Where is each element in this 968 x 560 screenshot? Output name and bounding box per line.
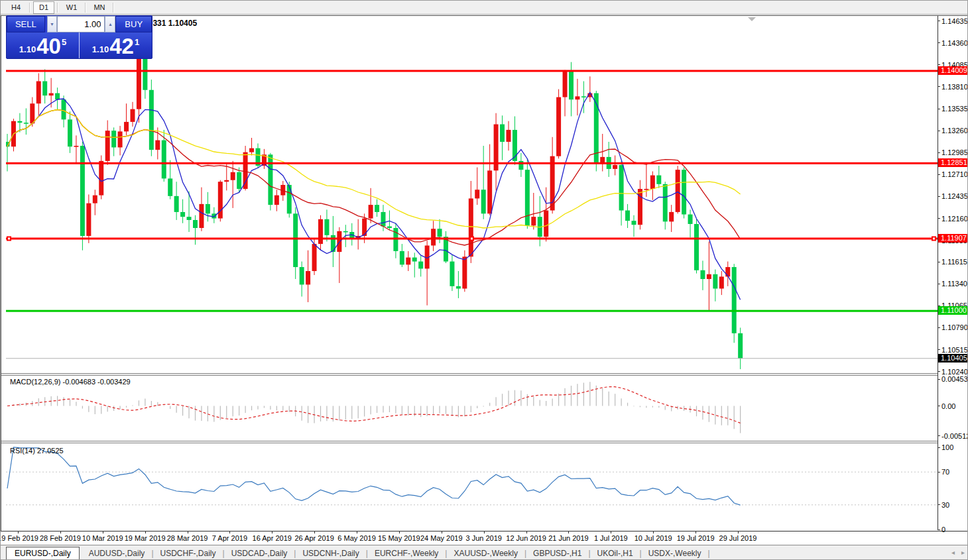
tab-eurchf-weekly[interactable]: EURCHF-,Weekly [368, 547, 445, 559]
date-tick-mark [60, 532, 61, 533]
axis-tick-label: 1.10515 [941, 346, 968, 354]
date-tick-label: 21 Jun 2019 [548, 534, 589, 542]
tab-usdcad-daily[interactable]: USDCAD-,Daily [225, 547, 294, 559]
date-tick-label: 24 May 2019 [420, 534, 463, 542]
tab-usdx-weekly[interactable]: USDX-,Weekly [642, 547, 708, 559]
tab-xauusd-weekly[interactable]: XAUUSD-,Weekly [447, 547, 524, 559]
timeframe-button-w1[interactable]: W1 [61, 1, 82, 14]
date-tick-mark [188, 532, 188, 533]
date-tick-label: 29 Jul 2019 [719, 534, 757, 542]
tab-scroll-right-button[interactable]: ▸ [961, 549, 965, 556]
axis-tick-mark [938, 152, 940, 153]
volume-decrease-button[interactable]: ▼ [47, 16, 58, 32]
axis-tick-mark [938, 21, 940, 21]
axis-tick-label: 1.13260 [941, 127, 968, 135]
date-tick-label: 10 Jul 2019 [635, 534, 672, 542]
axis-tick-mark [938, 435, 940, 436]
axis-tick-label: 0.00 [941, 402, 955, 410]
rsi-chart-canvas[interactable] [6, 445, 938, 530]
buy-button[interactable]: BUY [115, 16, 152, 32]
macd-indicator-label: MACD(12,26,9) -0.004683 -0.003429 [10, 378, 131, 386]
axis-tick-mark [938, 196, 940, 197]
date-tick-label: 6 May 2019 [337, 534, 375, 542]
tab-eurusd-daily[interactable]: EURUSD-,Daily [6, 547, 80, 560]
volume-increase-button[interactable]: ▲ [105, 16, 115, 32]
tab-ukoil-h1[interactable]: UKOil-,H1 [591, 547, 640, 559]
axis-tick-mark [938, 64, 940, 65]
date-tick-mark [696, 532, 696, 533]
date-tick-mark [484, 532, 485, 533]
date-tick-label: 10 Mar 2019 [82, 534, 123, 542]
axis-tick-mark [938, 109, 940, 109]
tab-scroll-left-button[interactable]: ◂ [951, 549, 955, 556]
sell-price-pip: 5 [62, 37, 66, 47]
date-tick-mark [357, 532, 357, 533]
timeframe-button-h4[interactable]: H4 [5, 1, 27, 14]
buy-price-big: 42 [109, 36, 134, 56]
axis-tick-mark [938, 86, 940, 87]
axis-tick-label: 1.13810 [941, 83, 968, 91]
current-price-label: 1.10405 [938, 354, 968, 363]
axis-tick-mark [938, 504, 940, 505]
price-axis-border [938, 16, 938, 530]
mt4-window: H4D1W1MN ▲EURUSD-,Daily 1.10710 1.10711 … [0, 0, 968, 560]
tab-gbpusd-h1[interactable]: GBPUSD-,H1 [526, 547, 588, 559]
axis-tick-mark [938, 327, 940, 328]
volume-input[interactable] [57, 16, 105, 32]
axis-tick-mark [938, 174, 940, 175]
line-selection-handle-center [471, 238, 473, 240]
sell-button[interactable]: SELL [7, 16, 45, 32]
panel-splitter[interactable] [1, 441, 967, 443]
resistance-line[interactable] [6, 162, 938, 164]
toolbar-separator [57, 3, 58, 13]
tab-usdcnh-daily[interactable]: USDCNH-,Daily [296, 547, 365, 559]
axis-tick-mark [938, 284, 940, 284]
axis-tick-label: 0 [941, 526, 945, 533]
date-tick-label: 3 Jun 2019 [465, 534, 501, 542]
date-tick-mark [272, 532, 272, 533]
support-line[interactable] [6, 310, 938, 312]
axis-tick-label: 1.11615 [941, 258, 967, 266]
tab-usdchf-daily[interactable]: USDCHF-,Daily [154, 547, 223, 559]
axis-tick-label: 100 [941, 443, 953, 451]
timeframe-button-mn[interactable]: MN [89, 1, 110, 14]
date-tick-mark [229, 532, 230, 533]
date-tick-mark [526, 532, 527, 533]
price-axis [938, 16, 968, 530]
buy-price-display[interactable]: 1.10 42 1 [80, 32, 152, 58]
axis-tick-mark [938, 406, 940, 406]
axis-tick-label: 1.14635 [941, 17, 968, 25]
tab-audusd-daily[interactable]: AUDUSD-,Daily [82, 547, 152, 559]
timeframe-button-d1[interactable]: D1 [33, 1, 54, 14]
price-level-label: 1.11000 [938, 306, 968, 315]
axis-tick-label: 1.12985 [941, 148, 968, 156]
axis-tick-mark [938, 447, 940, 448]
date-axis: 19 Feb 201928 Feb 201910 Mar 201919 Mar … [1, 531, 968, 545]
axis-tick-label: 1.14360 [941, 39, 968, 47]
date-tick-label: 15 May 2019 [378, 534, 420, 542]
macd-chart-canvas[interactable] [6, 376, 938, 439]
chart-tab-bar: EURUSD-,DailyAUDUSD-,Daily|USDCHF-,Daily… [1, 545, 968, 560]
sell-price-display[interactable]: 1.10 40 5 [7, 32, 80, 58]
line-selection-handle-center [8, 238, 10, 240]
date-tick-label: 19 Jul 2019 [677, 534, 715, 542]
axis-tick-mark [938, 42, 940, 43]
rsi-line [7, 447, 741, 505]
date-tick-label: 1 Jul 2019 [594, 534, 628, 542]
axis-tick-label: 1.12160 [941, 215, 968, 223]
date-tick-label: 12 Jun 2019 [506, 534, 546, 542]
price-chart-canvas[interactable] [6, 17, 938, 373]
date-tick-mark [103, 532, 103, 533]
axis-tick-mark [938, 349, 940, 350]
date-tick-mark [738, 532, 739, 533]
axis-tick-label: 30 [941, 501, 949, 509]
axis-tick-mark [938, 262, 940, 262]
tab-separator: | [708, 549, 710, 558]
date-tick-mark [314, 532, 315, 533]
resistance-line[interactable] [6, 70, 938, 72]
axis-tick-label: 1.12710 [941, 170, 968, 178]
toolbar-separator [85, 3, 86, 13]
buy-price-prefix: 1.10 [92, 44, 109, 54]
axis-tick-mark [938, 472, 940, 473]
axis-tick-label: 0.004532 [941, 375, 968, 383]
